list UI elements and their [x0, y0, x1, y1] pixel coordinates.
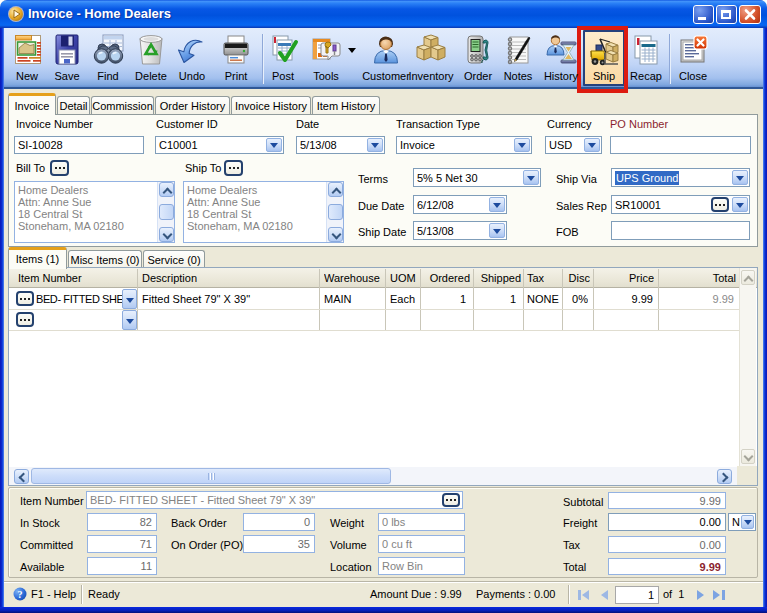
svg-text:?: ? [18, 589, 23, 600]
